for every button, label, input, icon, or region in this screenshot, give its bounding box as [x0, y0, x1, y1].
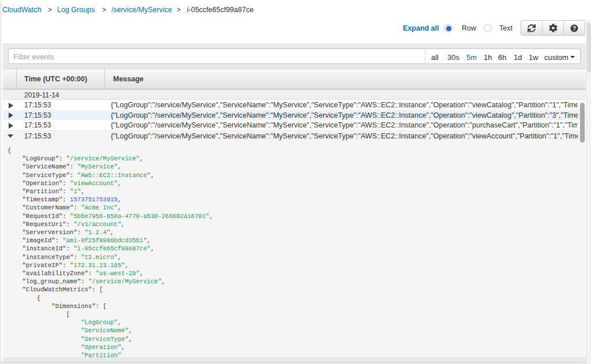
svg-text:?: ?	[573, 25, 576, 31]
